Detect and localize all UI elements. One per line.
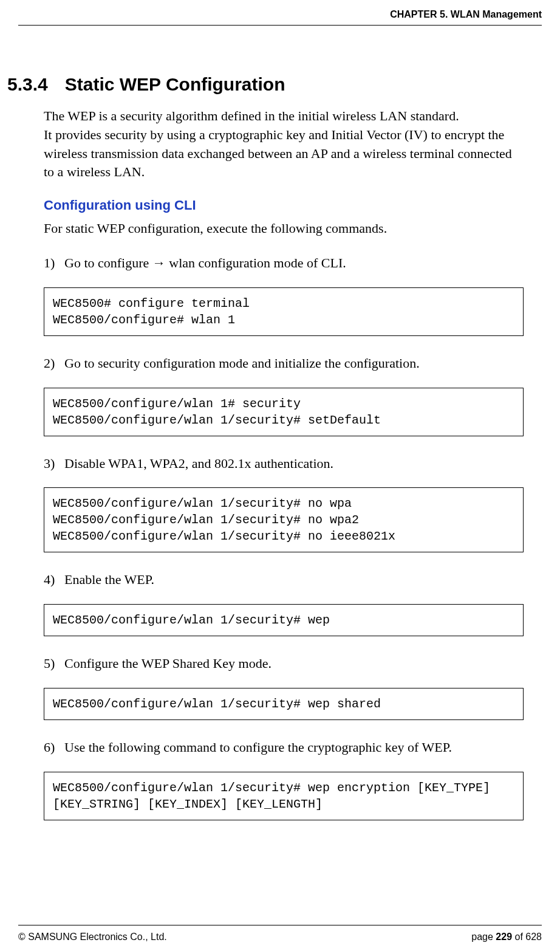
code-block: WEC8500# configure terminal WEC8500/conf…	[44, 287, 524, 336]
code-block: WEC8500/configure/wlan 1# security WEC85…	[44, 388, 524, 436]
step-row: 4) Enable the WEP.	[44, 571, 517, 589]
step-row: 1) Go to configure → wlan configuration …	[44, 254, 517, 273]
code-block: WEC8500/configure/wlan 1/security# no wp…	[44, 487, 524, 552]
page-footer: © SAMSUNG Electronics Co., Ltd. page 229…	[18, 925, 542, 942]
page-total: of 628	[512, 932, 542, 942]
step-number: 2)	[44, 354, 64, 373]
section-number: 5.3.4	[7, 74, 48, 94]
chapter-label: CHAPTER 5. WLAN Management	[390, 9, 542, 19]
step-number: 6)	[44, 738, 64, 757]
step-text: Configure the WEP Shared Key mode.	[64, 654, 517, 673]
step-number: 4)	[44, 571, 64, 589]
step-number: 5)	[44, 654, 64, 673]
footer-page-info: page 229 of 628	[471, 932, 542, 942]
code-block: WEC8500/configure/wlan 1/security# wep s…	[44, 688, 524, 720]
step-row: 2) Go to security configuration mode and…	[44, 354, 517, 373]
step-row: 5) Configure the WEP Shared Key mode.	[44, 654, 517, 673]
page-content: 5.3.4Static WEP Configuration The WEP is…	[18, 74, 542, 820]
subsection-heading: Configuration using CLI	[44, 197, 517, 213]
section-title: Static WEP Configuration	[65, 74, 285, 94]
section-heading: 5.3.4Static WEP Configuration	[7, 74, 517, 95]
footer-copyright: © SAMSUNG Electronics Co., Ltd.	[18, 932, 167, 942]
step-row: 6) Use the following command to configur…	[44, 738, 517, 757]
step-text: Enable the WEP.	[64, 571, 517, 589]
step-number: 3)	[44, 455, 64, 473]
step-text: Disable WPA1, WPA2, and 802.1x authentic…	[64, 455, 517, 473]
subsection-intro: For static WEP configuration, execute th…	[44, 219, 517, 238]
step-row: 3) Disable WPA1, WPA2, and 802.1x authen…	[44, 455, 517, 473]
section-intro: The WEP is a security algorithm defined …	[44, 107, 517, 182]
step-text: Use the following command to configure t…	[64, 738, 517, 757]
code-block: WEC8500/configure/wlan 1/security# wep	[44, 604, 524, 636]
page-current: 229	[496, 932, 512, 942]
page-header: CHAPTER 5. WLAN Management	[18, 9, 542, 26]
step-text: Go to configure → wlan configuration mod…	[64, 254, 517, 273]
code-block: WEC8500/configure/wlan 1/security# wep e…	[44, 772, 524, 820]
page-prefix: page	[471, 932, 496, 942]
step-text: Go to security configuration mode and in…	[64, 354, 517, 373]
step-number: 1)	[44, 254, 64, 273]
